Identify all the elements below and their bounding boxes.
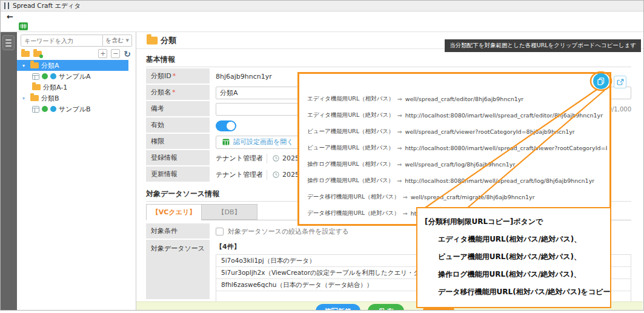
category-tree: ▾ 分類A サンプルA 分類A-1 ▾ 分類B xyxy=(17,60,136,114)
arrow-icon: ⇒ xyxy=(403,210,408,217)
save-button[interactable]: 保 存 xyxy=(368,304,404,311)
callout-line: データ移行機能用URL(相対パス/絶対パス)をコピー xyxy=(425,283,603,301)
condition-checkbox[interactable] xyxy=(216,228,224,236)
url-label: エディタ機能用URL（絶対パス） xyxy=(307,111,394,119)
folder-icon xyxy=(30,95,39,101)
field-label-cell: 対象データソース xyxy=(146,240,210,300)
arrow-icon: ⇒ xyxy=(397,161,402,168)
clock-icon xyxy=(273,155,279,162)
updated-user: テナント管理者 xyxy=(216,170,267,179)
app-window: Spread Craft エディタ ← を含む ▼ + − ↻ xyxy=(0,0,644,311)
char-counter: 0/1,000 xyxy=(608,106,631,113)
external-link-button[interactable] xyxy=(614,76,626,88)
refresh-icon[interactable]: ↻ xyxy=(124,50,131,58)
url-line: データ移行機能用URL（相対パス）⇒well/spread_craft/migr… xyxy=(307,193,607,201)
field-label-cell: 有効 xyxy=(146,117,210,134)
url-value: http://localhost:8080/imart/well/spread_… xyxy=(405,145,607,151)
field-label: 更新情報 xyxy=(151,170,178,179)
divider xyxy=(267,170,267,180)
tree-item-label: サンプルB xyxy=(59,105,91,114)
callout-line: ビューア機能用URL(相対パス/絶対パス)、 xyxy=(425,248,603,266)
url-label: 操作ログ機能用URL（絶対パス） xyxy=(307,177,394,185)
callout-line: エディタ機能用URL(相対パス/絶対パス)、 xyxy=(425,231,603,248)
tree-search-row: を含む ▼ xyxy=(21,35,132,47)
blue-status-icon xyxy=(50,106,56,112)
category-tree-panel: を含む ▼ + − ↻ ▾ 分類A サンプルA xyxy=(17,32,136,310)
url-value: well/spread_craft/editor/8hj6ajb9hncn1yr xyxy=(405,96,524,102)
chevron-down-icon: ▼ xyxy=(126,38,129,43)
field-label-cell: 分類ID * xyxy=(146,68,210,85)
folder-icon[interactable] xyxy=(21,51,30,57)
field-label-cell: 更新情報 xyxy=(146,166,210,183)
copy-tooltip: 当分類配下を対象範囲とした各種URLをクリップボードへコピーします xyxy=(445,39,641,52)
field-label-cell: 登録情報 xyxy=(146,150,210,166)
field-label: 対象条件 xyxy=(151,226,178,236)
url-value: well/spread_craft/viewer?rootCategoryId=… xyxy=(405,128,574,135)
expand-all-button[interactable]: + xyxy=(98,49,107,58)
tree-item-label: 分類A xyxy=(41,61,59,70)
search-match-select[interactable]: を含む ▼ xyxy=(103,35,132,47)
logo-toolbar xyxy=(1,21,643,32)
url-label: データ移行機能用URL（絶対パス） xyxy=(307,209,400,217)
button-label: 認可設定画面を開く xyxy=(233,137,294,147)
caret-down-icon: ▾ xyxy=(22,96,28,101)
arrow-icon: ⇒ xyxy=(403,194,408,200)
tree-item-label: 分類A-1 xyxy=(43,83,67,92)
url-line: エディタ機能用URL（相対パス）⇒well/spread_craft/edito… xyxy=(307,94,607,103)
duplicate-new-button[interactable]: 複写新規 xyxy=(316,304,360,311)
field-label: 有効 xyxy=(151,120,164,130)
field-label: 分類名 xyxy=(151,88,171,97)
field-label: 対象データソース xyxy=(151,244,205,253)
tree-item-category-a[interactable]: ▾ 分類A xyxy=(17,60,128,71)
external-link-icon xyxy=(617,79,624,86)
tree-item-sample-a[interactable]: サンプルA xyxy=(17,71,128,82)
tab-db[interactable]: 【DB】 xyxy=(202,204,257,220)
menu-bar: ← xyxy=(1,12,643,21)
arrow-icon: ⇒ xyxy=(397,128,402,135)
url-line: ビューア機能用URL（相対パス）⇒well/spread_craft/viewe… xyxy=(307,127,607,136)
enabled-toggle[interactable] xyxy=(216,120,236,131)
green-status-icon xyxy=(42,106,48,112)
tree-item-label: サンプルA xyxy=(59,72,91,81)
arrow-icon: ⇒ xyxy=(397,96,402,102)
title-bar: Spread Craft エディタ xyxy=(1,1,643,12)
url-value: well/spread_craft/log/8hj6ajb9hncn1yr xyxy=(405,161,515,168)
url-line: 操作ログ機能用URL（相対パス）⇒well/spread_craft/log/8… xyxy=(307,160,607,168)
field-label-cell: 備考 xyxy=(146,101,210,117)
arrow-icon: ⇒ xyxy=(397,177,402,184)
spreadsheet-logo-icon xyxy=(19,22,28,30)
field-label: 権限 xyxy=(151,137,164,146)
divider xyxy=(267,154,267,163)
grid-icon xyxy=(222,139,230,145)
section-title: 対象データソース情報 xyxy=(146,189,219,199)
open-authorization-button[interactable]: 認可設定画面を開く xyxy=(216,136,300,149)
collapse-all-button[interactable]: − xyxy=(111,49,120,58)
registered-user: テナント管理者 xyxy=(216,154,267,163)
url-label: ビューア機能用URL（絶対パス） xyxy=(307,144,394,152)
tree-item-sample-b[interactable]: サンプルB xyxy=(17,104,128,114)
blue-status-icon xyxy=(50,73,56,79)
caret-down-icon: ▾ xyxy=(22,63,28,68)
field-label: 分類ID xyxy=(151,71,171,81)
tree-item-category-a1[interactable]: 分類A-1 xyxy=(17,82,128,93)
copy-icon xyxy=(597,77,605,85)
window-title: Spread Craft エディタ xyxy=(13,2,81,10)
url-value: well/spread_craft/migrate/8hj6ajb9hncn1y… xyxy=(411,194,535,200)
field-label-cell: 対象条件 xyxy=(146,223,210,240)
tab-vc-query[interactable]: 【VCクエリ】 xyxy=(146,204,202,220)
copy-url-button[interactable] xyxy=(593,73,609,89)
field-label: 備考 xyxy=(151,104,164,113)
app-icon xyxy=(4,2,9,9)
search-input[interactable] xyxy=(21,35,103,47)
category-id-value: 8hj6ajb9hncn1yr xyxy=(216,73,272,81)
callout-note: [分類利用制限URLコピー]ボタンで エディタ機能用URL(相対パス/絶対パス)… xyxy=(416,207,611,308)
sheet-icon xyxy=(32,73,39,80)
url-line: ビューア機能用URL（絶対パス）⇒http://localhost:8080/i… xyxy=(307,143,607,152)
tree-item-category-b[interactable]: ▾ 分類B xyxy=(17,93,128,104)
back-button[interactable]: ← xyxy=(7,13,13,21)
hamburger-icon[interactable] xyxy=(2,35,15,50)
folder-add-icon[interactable] xyxy=(33,51,42,57)
callout-line: [分類利用制限URLコピー]ボタンで xyxy=(425,213,603,231)
clock-icon xyxy=(273,171,279,178)
folder-icon xyxy=(30,62,39,68)
